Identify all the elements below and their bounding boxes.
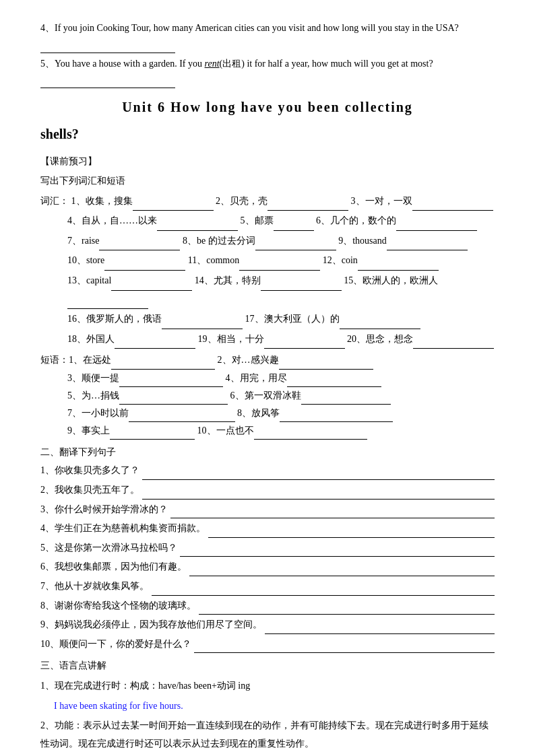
question-5: 5、You have a house with a garden. If you…: [40, 56, 495, 89]
trans-4: 4、学生们正在为慈善机构集资而捐款。: [40, 520, 495, 538]
question-4: 4、If you join Cooking Tour, how many Ame…: [40, 20, 495, 53]
trans-3: 3、你什么时候开始学滑冰的？: [40, 501, 495, 519]
vocab-row-2: 4、自从，自……以来 5、邮票 6、几个的，数个的: [67, 212, 495, 231]
trans-6: 6、我想收集邮票，因为他们有趣。: [40, 558, 495, 576]
preview-section: 【课前预习】 写出下列词汇和短语 词汇： 1、收集，搜集 2、贝壳，壳 3、一对…: [40, 153, 495, 440]
unit-title: Unit 6 How long have you been collecting: [40, 95, 495, 119]
trans-9: 9、妈妈说我必须停止，因为我存放他们用尽了空间。: [40, 616, 495, 634]
trans-8: 8、谢谢你寄给我这个怪物的玻璃球。: [40, 597, 495, 615]
phrase-section: 短语：1、在远处 2、对…感兴趣 3、顺便一提 4、用完，用尽: [40, 351, 495, 440]
trans-2: 2、我收集贝壳五年了。: [40, 481, 495, 500]
section2-label: 二、翻译下列句子: [40, 444, 495, 460]
grammar-2: 2、功能：表示从过去某一时间开始一直连续到现在的动作，并有可能持续下去。现在完成…: [40, 717, 495, 753]
top-questions: 4、If you join Cooking Tour, how many Ame…: [40, 20, 495, 88]
unit-subtitle: shells?: [40, 122, 495, 146]
q4-blank: [40, 36, 175, 53]
grammar-section: 三、语言点讲解 1、现在完成进行时：构成：have/has been+动词 in…: [40, 657, 495, 756]
vocab-row-6: 16、俄罗斯人的，俄语 17、澳大利亚（人）的: [67, 310, 495, 329]
vocab-row-5: 13、capital 14、尤其，特别 15、欧洲人的，欧洲人: [67, 272, 495, 309]
trans-10: 10、顺便问一下，你的爱好是什么？: [40, 635, 495, 654]
translation-section: 二、翻译下列句子 1、你收集贝壳多久了？ 2、我收集贝壳五年了。 3、你什么时候…: [40, 444, 495, 653]
phrase-label: 短语：1、在远处 2、对…感兴趣: [40, 351, 495, 369]
q5-blank: [40, 71, 175, 88]
section3-label: 三、语言点讲解: [40, 657, 495, 674]
vocab-label: 词汇：: [40, 196, 69, 206]
trans-5: 5、这是你第一次滑冰马拉松吗？: [40, 539, 495, 557]
vocab-row-4: 10、store 11、common 12、coin: [67, 252, 495, 271]
vocab-row-3: 7、raise 8、be 的过去分词 9、thousand: [67, 232, 495, 251]
write-label: 写出下列词汇和短语: [40, 172, 495, 189]
vocab-row-7: 18、外国人 19、相当，十分 20、思念，想念: [67, 331, 495, 349]
preview-label: 【课前预习】: [40, 153, 495, 170]
vocab-row-1: 词汇： 1、收集，搜集 2、贝壳，壳 3、一对，一双: [40, 193, 495, 211]
trans-1: 1、你收集贝壳多久了？: [40, 462, 495, 480]
trans-7: 7、他从十岁就收集风筝。: [40, 578, 495, 596]
grammar-1: 1、现在完成进行时：构成：have/has been+动词 ing: [40, 677, 495, 695]
grammar1-example: I have been skating for five hours.: [54, 697, 495, 714]
